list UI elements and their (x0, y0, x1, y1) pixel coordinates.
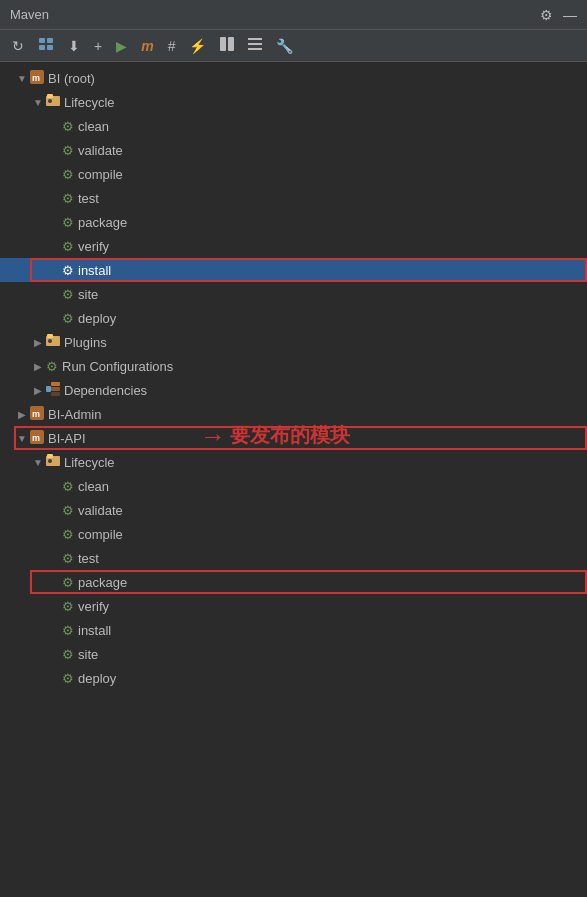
test-2-label: test (78, 551, 99, 566)
lifecycle-item-package-1[interactable]: ⚙ package (0, 210, 587, 234)
bolt-btn[interactable]: ⚡ (185, 36, 210, 56)
gear-clean-1-icon: ⚙ (62, 119, 74, 134)
gear-validate-2-icon: ⚙ (62, 503, 74, 518)
svg-text:m: m (32, 409, 40, 419)
svg-point-16 (48, 339, 52, 343)
wrench-btn[interactable]: 🔧 (272, 36, 297, 56)
install-highlight-box (30, 258, 587, 282)
install-2-label: install (78, 623, 111, 638)
svg-rect-26 (47, 454, 53, 458)
svg-rect-0 (39, 38, 45, 43)
annotation-arrow-icon: → (200, 423, 226, 449)
test-1-label: test (78, 191, 99, 206)
plugins-item[interactable]: Plugins (0, 330, 587, 354)
gear-verify-1-icon: ⚙ (62, 239, 74, 254)
lifecycle-2-item[interactable]: Lifecycle (0, 450, 587, 474)
lifecycle-2-label: Lifecycle (64, 455, 115, 470)
lifecycle-1-item[interactable]: Lifecycle (0, 90, 587, 114)
gear-verify-2-icon: ⚙ (62, 599, 74, 614)
run-configs-icon: ⚙ (46, 359, 58, 374)
lifecycle-1-label: Lifecycle (64, 95, 115, 110)
reload-all-btn[interactable] (34, 34, 58, 57)
columns-btn[interactable] (216, 35, 238, 56)
svg-point-27 (48, 459, 52, 463)
gear-install-2-icon: ⚙ (62, 623, 74, 638)
run-configs-label: Run Configurations (62, 359, 173, 374)
lifecycle-item-compile-1[interactable]: ⚙ compile (0, 162, 587, 186)
download-btn[interactable]: ⬇ (64, 36, 84, 56)
svg-rect-4 (220, 37, 226, 51)
site-1-label: site (78, 287, 98, 302)
verify-1-label: verify (78, 239, 109, 254)
annotation-container: → 要发布的模块 (200, 422, 350, 449)
tree-root-bi[interactable]: m BI (root) (0, 66, 587, 90)
gear-compile-1-icon: ⚙ (62, 167, 74, 182)
run-configs-item[interactable]: ⚙ Run Configurations (0, 354, 587, 378)
lifecycle-item-validate-2[interactable]: ⚙ validate (0, 498, 587, 522)
gear-package-2-icon: ⚙ (62, 575, 74, 590)
gear-site-1-icon: ⚙ (62, 287, 74, 302)
title-actions: ⚙ — (540, 7, 577, 23)
run-btn[interactable]: ▶ (112, 36, 131, 56)
gear-validate-1-icon: ⚙ (62, 143, 74, 158)
lifecycle-item-test-2[interactable]: ⚙ test (0, 546, 587, 570)
settings-icon[interactable]: ⚙ (540, 7, 553, 23)
maven-root-icon: m (30, 70, 44, 87)
site-2-label: site (78, 647, 98, 662)
skip-tests-btn[interactable]: # (164, 36, 180, 56)
dependencies-item[interactable]: Dependencies (0, 378, 587, 402)
bi-api-item[interactable]: m BI-API → 要发布的模块 (0, 426, 587, 450)
refresh-btn[interactable]: ↻ (8, 36, 28, 56)
clean-2-label: clean (78, 479, 109, 494)
lifecycle-item-site-1[interactable]: ⚙ site (0, 282, 587, 306)
align-btn[interactable] (244, 35, 266, 56)
lifecycle-item-clean-1[interactable]: ⚙ clean (0, 114, 587, 138)
lifecycle-item-deploy-2[interactable]: ⚙ deploy (0, 666, 587, 690)
compile-1-label: compile (78, 167, 123, 182)
svg-point-13 (48, 99, 52, 103)
deploy-2-label: deploy (78, 671, 116, 686)
tree-panel: m BI (root) Lifecycle ⚙ clean ⚙ validate… (0, 62, 587, 897)
arrow-dependencies (32, 385, 44, 396)
gear-test-1-icon: ⚙ (62, 191, 74, 206)
bi-api-highlight-box (14, 426, 587, 450)
lifecycle-item-site-2[interactable]: ⚙ site (0, 642, 587, 666)
lifecycle-item-compile-2[interactable]: ⚙ compile (0, 522, 587, 546)
add-btn[interactable]: + (90, 36, 106, 56)
arrow-lifecycle-1 (32, 97, 44, 108)
lifecycle-item-package-2[interactable]: ⚙ package (0, 570, 587, 594)
svg-rect-12 (47, 94, 53, 98)
arrow-plugins (32, 337, 44, 348)
gear-compile-2-icon: ⚙ (62, 527, 74, 542)
clean-1-label: clean (78, 119, 109, 134)
svg-rect-19 (51, 387, 60, 391)
gear-install-1-icon: ⚙ (62, 263, 74, 278)
svg-rect-2 (39, 45, 45, 50)
lifecycle-item-verify-2[interactable]: ⚙ verify (0, 594, 587, 618)
lifecycle-item-clean-2[interactable]: ⚙ clean (0, 474, 587, 498)
gear-deploy-2-icon: ⚙ (62, 671, 74, 686)
verify-2-label: verify (78, 599, 109, 614)
lifecycle-item-install-1[interactable]: ⚙ install (0, 258, 587, 282)
gear-package-1-icon: ⚙ (62, 215, 74, 230)
compile-2-label: compile (78, 527, 123, 542)
bi-admin-label: BI-Admin (48, 407, 101, 422)
svg-rect-17 (46, 386, 51, 392)
gear-site-2-icon: ⚙ (62, 647, 74, 662)
lifecycle-item-install-2[interactable]: ⚙ install (0, 618, 587, 642)
lifecycle-item-deploy-1[interactable]: ⚙ deploy (0, 306, 587, 330)
package-1-label: package (78, 215, 127, 230)
bi-admin-item[interactable]: m BI-Admin (0, 402, 587, 426)
dependencies-icon (46, 382, 60, 399)
lifecycle-item-test-1[interactable]: ⚙ test (0, 186, 587, 210)
gear-deploy-1-icon: ⚙ (62, 311, 74, 326)
lifecycle-2-icon (46, 454, 60, 471)
minimize-icon[interactable]: — (563, 7, 577, 23)
bi-admin-icon: m (30, 406, 44, 423)
lifecycle-item-verify-1[interactable]: ⚙ verify (0, 234, 587, 258)
lifecycle-item-validate-1[interactable]: ⚙ validate (0, 138, 587, 162)
svg-rect-5 (228, 37, 234, 51)
deploy-1-label: deploy (78, 311, 116, 326)
plugins-icon (46, 334, 60, 351)
maven-btn[interactable]: m (137, 36, 157, 56)
